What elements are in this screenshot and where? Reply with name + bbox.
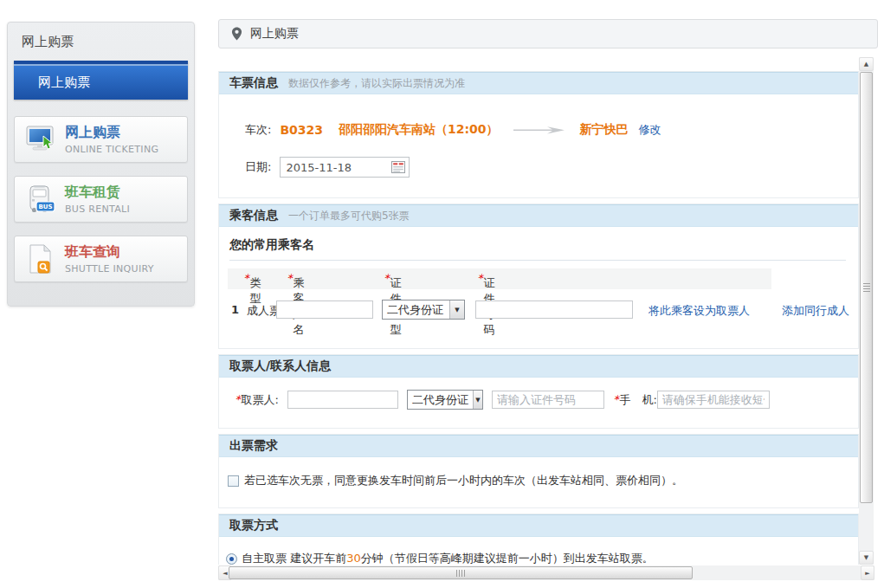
required-mark: * — [477, 272, 483, 285]
section-title: 取票方式 — [229, 518, 278, 533]
taker-id-type-select[interactable]: 二代身份证 ▼ — [407, 390, 483, 410]
svg-text:BUS: BUS — [38, 204, 52, 210]
section-title: 出票需求 — [229, 438, 278, 454]
date-input[interactable] — [280, 157, 410, 178]
sidebar-item-online-ticketing[interactable]: 网上购票 ONLINE TICKETING — [14, 116, 188, 163]
required-mark: * — [613, 393, 619, 406]
selected-item-label: 网上购票 — [14, 66, 188, 100]
horizontal-scrollbar[interactable]: ◄ ► — [218, 565, 874, 580]
sidebar-item-shuttle-inquiry[interactable]: 班车查询 SHUTTLE INQUIRY — [14, 236, 188, 282]
train-number: B0323 — [280, 123, 323, 137]
modify-link[interactable]: 修改 — [639, 122, 661, 138]
scroll-down-button[interactable]: ▼ — [859, 551, 874, 565]
breadcrumb-label: 网上购票 — [250, 26, 299, 42]
required-mark: * — [287, 272, 293, 285]
alternative-bus-checkbox[interactable] — [228, 475, 239, 487]
passenger-row: 1 成人票 二代身份证 ▼ 将此乘客设为取票人 添加同行成人 — [228, 300, 851, 322]
scrollbar-grip — [456, 570, 465, 577]
scrollbar-grip — [863, 283, 870, 292]
departure-station: 邵阳邵阳汽车南站（12:00） — [339, 122, 499, 138]
self-pickup-label: 自主取票 建议开车前30分钟（节假日等高峰期建议提前一小时）到出发车站取票。 — [242, 551, 654, 565]
phone-label: 手 机: — [619, 392, 656, 408]
sidebar-selected-item[interactable]: 网上购票 — [14, 61, 188, 100]
horizontal-scrollbar-thumb[interactable] — [229, 566, 693, 579]
scroll-right-button[interactable]: ► — [861, 565, 874, 580]
location-pin-icon — [231, 27, 242, 41]
section-ticket-info: 车票信息 数据仅作参考，请以实际出票情况为准 车次: B0323 邵阳邵阳汽车南… — [218, 71, 859, 198]
sidebar-item-title: 班车查询 — [65, 243, 154, 262]
taker-name-input[interactable] — [287, 391, 398, 409]
required-mark: * — [243, 272, 249, 285]
passenger-name-input[interactable] — [276, 300, 373, 319]
document-search-icon — [25, 244, 56, 274]
passenger-id-type-select[interactable]: 二代身份证 ▼ — [382, 300, 465, 320]
set-as-taker-link[interactable]: 将此乘客设为取票人 — [648, 303, 750, 319]
bus-icon: BUS — [25, 184, 56, 214]
section-title: 取票人/联系人信息 — [229, 359, 331, 374]
phone-input[interactable] — [657, 391, 770, 409]
section-passenger-info-header: 乘客信息 一个订单最多可代购5张票 — [219, 204, 858, 227]
add-companion-link[interactable]: 添加同行成人 — [782, 303, 849, 319]
chevron-down-icon[interactable]: ▼ — [449, 300, 464, 319]
section-note: 数据仅作参考，请以实际出票情况为准 — [288, 76, 465, 91]
alternative-bus-checkbox-label: 若已选车次无票，同意更换发车时间前后一小时内的车次（出发车站相同、票价相同）。 — [244, 473, 683, 488]
section-issue-requirement: 出票需求 若已选车次无票，同意更换发车时间前后一小时内的车次（出发车站相同、票价… — [218, 434, 859, 508]
section-passenger-info: 乘客信息 一个订单最多可代购5张票 您的常用乘客名 *类型 *乘客姓名 *证件类… — [218, 204, 859, 349]
selected-id-type: 二代身份证 — [383, 302, 448, 318]
self-pickup-radio[interactable] — [226, 553, 237, 565]
vertical-scrollbar-thumb[interactable] — [860, 72, 873, 503]
section-note: 一个订单最多可代购5张票 — [288, 209, 410, 223]
section-contact-info-header: 取票人/联系人信息 — [219, 355, 858, 378]
section-pickup-method-header: 取票方式 — [219, 514, 858, 537]
frequent-passengers-title: 您的常用乘客名 — [229, 237, 314, 253]
vertical-scrollbar[interactable]: ▲ ▼ — [859, 57, 874, 565]
taker-label: 取票人: — [242, 392, 279, 408]
section-issue-requirement-header: 出票需求 — [219, 435, 858, 457]
sidebar-item-subtitle: SHUTTLE INQUIRY — [65, 263, 154, 275]
route-arrow-icon — [513, 125, 566, 135]
monitor-cursor-icon — [25, 125, 56, 154]
scroll-up-button[interactable]: ▲ — [859, 57, 874, 71]
minutes-highlight: 30 — [346, 552, 361, 565]
calendar-icon[interactable] — [391, 161, 405, 173]
section-contact-info: 取票人/联系人信息 * 取票人: 二代身份证 ▼ * 手 机: — [218, 354, 859, 429]
required-mark: * — [235, 393, 241, 406]
breadcrumb: 网上购票 — [218, 19, 878, 48]
sidebar-item-title: 网上购票 — [65, 124, 158, 142]
sidebar-title: 网上购票 — [22, 34, 194, 50]
sidebar-item-subtitle: ONLINE TICKETING — [65, 144, 158, 155]
taker-id-number-input[interactable] — [492, 391, 604, 409]
sidebar-item-bus-rental[interactable]: BUS 班车租赁 BUS RENTALI — [14, 176, 188, 223]
radio-dot — [229, 557, 234, 561]
required-mark: * — [384, 272, 390, 285]
divider — [229, 260, 846, 261]
passenger-table-header: *类型 *乘客姓名 *证件类型 *证件号码 — [228, 268, 771, 289]
train-label: 车次: — [245, 122, 271, 138]
arrival-station: 新宁快巴 — [580, 122, 629, 138]
chevron-down-icon[interactable]: ▼ — [473, 391, 482, 409]
section-title: 乘客信息 — [229, 208, 278, 223]
passenger-id-number-input[interactable] — [475, 300, 633, 319]
passenger-index: 1 — [231, 303, 239, 316]
main-content: 车票信息 数据仅作参考，请以实际出票情况为准 车次: B0323 邵阳邵阳汽车南… — [218, 57, 859, 565]
selected-id-type: 二代身份证 — [408, 392, 473, 408]
section-ticket-info-header: 车票信息 数据仅作参考，请以实际出票情况为准 — [219, 72, 858, 94]
date-label: 日期: — [245, 159, 271, 175]
sidebar: 网上购票 网上购票 网上购票 ONLINE TICKETING — [7, 22, 195, 307]
section-pickup-method: 取票方式 自主取票 建议开车前30分钟（节假日等高峰期建议提前一小时）到出发车站… — [218, 514, 859, 565]
sidebar-item-title: 班车租赁 — [65, 184, 130, 202]
section-title: 车票信息 — [229, 75, 278, 91]
sidebar-item-subtitle: BUS RENTALI — [65, 204, 130, 215]
